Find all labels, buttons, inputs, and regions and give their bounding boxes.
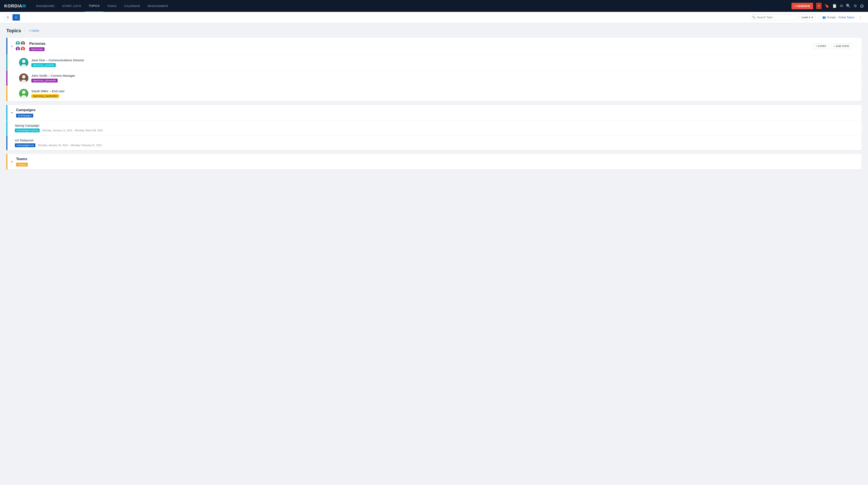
persona-avatar-3 [15,46,20,51]
groups-icon: 👥 [823,16,826,19]
view-toggle: ☰ ☷ [4,14,20,21]
personas-more-button[interactable]: ⋮ [854,44,858,49]
campaigns-subtopics: Spring Campaign #campaigns-spring Monday… [6,120,862,150]
campaigns-header[interactable]: ▾ Campaigns #campaigns [6,105,862,120]
teams-name: Teams [16,157,858,161]
view-detail-button[interactable]: ☷ [12,14,20,21]
main-content: Topics | + TOPIC ▾ [0,23,868,178]
svg-point-11 [22,50,24,51]
campaigns-name: Campaigns [16,108,858,112]
absence-button[interactable]: + ABSENCE [792,3,813,9]
personas-name: Personas [29,41,813,46]
personas-add-story-button[interactable]: + STORY [813,44,829,49]
active-topics-link[interactable]: Active Topics [838,16,855,19]
toolbar-more-button[interactable]: ⋮ [857,14,864,21]
topic-group-personas: ▾ [6,38,862,101]
subtopic-spring-campaign[interactable]: Spring Campaign #campaigns-spring Monday… [6,120,862,135]
nav-storylists[interactable]: STORY LISTS [58,0,85,12]
personas-tag: #personas [29,47,44,51]
campaigns-info: Campaigns #campaigns [16,108,858,117]
settings-icon[interactable]: ⚙ [854,4,857,8]
ux-accent [6,136,7,150]
sarahmiller-info: Sarah Miller – End user #persona_sarahmi… [31,89,858,98]
mail-icon[interactable]: ✉ [840,4,843,8]
toolbar-separator [819,15,819,20]
personas-add-subtopic-button[interactable]: + SUB-TOPIC [831,44,852,49]
logo[interactable]: KORDIAM [4,4,26,8]
svg-point-1 [17,42,19,44]
personas-actions: + STORY + SUB-TOPIC ⋮ [813,44,858,49]
search-input[interactable] [750,14,797,20]
logo-text: KORDIAM [4,4,26,8]
campaigns-tag: #campaigns [16,114,33,117]
spring-name: Spring Campaign [15,124,858,127]
toolbar: ☰ ☷ 🔍 Level 4 ▾ 👥 Groups Active Topics ⋮ [0,12,868,23]
search-inner-icon: 🔍 [752,16,755,19]
topic-group-campaigns: ▾ Campaigns #campaigns Spring Campaign #… [6,105,862,150]
nav-calendar[interactable]: CALENDAR [120,0,144,12]
svg-point-19 [22,90,25,94]
teams-tag: #teams [16,163,28,167]
level-select[interactable]: Level 4 ▾ [799,14,815,20]
johnsmith-tag: #persona_johnsmith [31,79,58,83]
svg-point-16 [22,75,25,79]
groups-link[interactable]: 👥 Groups [823,16,836,19]
ux-info: UX Relaunch #campaigns-ux Monday, Januar… [15,139,858,147]
persona-avatar-4 [20,46,25,51]
johnsmith-name: John Smith – Comms Manager [31,74,858,78]
subtopic-janedoe[interactable]: Jane Doe – Communications Director #pers… [6,55,862,70]
absence-dropdown-button[interactable]: ▾ [816,3,822,9]
nav-dashboard[interactable]: DASHBOARD [32,0,59,12]
janedoe-accent [6,55,7,70]
svg-point-13 [22,60,25,63]
svg-point-2 [17,44,19,46]
personas-avatars [15,41,26,52]
svg-point-7 [17,48,19,49]
teams-header[interactable]: ▾ Teams #teams [6,154,862,169]
svg-point-10 [22,48,24,49]
sarahmiller-avatar [19,89,28,98]
spring-info: Spring Campaign #campaigns-spring Monday… [15,124,858,132]
persona-avatar-1 [15,41,20,46]
janedoe-tag: #persona_janedoe [31,63,56,67]
johnsmith-accent [6,70,7,86]
add-topic-button[interactable]: + TOPIC [29,29,39,32]
personas-info: Personas #personas [29,41,813,51]
nav-management[interactable]: MANAGEMENT [144,0,172,12]
personas-subtopics: Jane Doe – Communications Director #pers… [6,55,862,101]
page-header: Topics | + TOPIC [6,28,862,33]
teams-info: Teams #teams [16,157,858,167]
logout-icon[interactable]: ⏻ [860,4,864,8]
johnsmith-avatar [19,74,28,83]
spring-tag: #campaigns-spring [15,129,40,132]
subtopic-ux-relaunch[interactable]: UX Relaunch #campaigns-ux Monday, Januar… [6,135,862,150]
sarahmiller-name: Sarah Miller – End user [31,89,858,93]
nav-links: DASHBOARD STORY LISTS TOPICS TASKS CALEN… [32,0,792,12]
spring-date: Monday, January 11, 2021 – Monday, March… [42,129,103,132]
svg-point-4 [22,42,24,44]
nav-tasks[interactable]: TASKS [103,0,120,12]
bookmark-icon[interactable]: 🔖 [825,4,829,8]
ux-name: UX Relaunch [15,139,858,142]
topic-group-teams: ▾ Teams #teams [6,154,862,169]
view-list-button[interactable]: ☰ [4,14,12,21]
search-icon[interactable]: 🔍 [846,4,850,8]
persona-avatar-2 [20,41,25,46]
page-title: Topics [6,28,21,33]
spring-accent [6,121,7,135]
johnsmith-info: John Smith – Comms Manager #persona_john… [31,74,858,83]
sarahmiller-accent [6,86,7,101]
clipboard-icon[interactable]: 📋 [832,4,837,8]
nav-right: + ABSENCE ▾ 🔖 📋 ✉ 🔍 ⚙ ⏻ [792,3,864,9]
campaigns-chevron-icon: ▾ [11,111,13,114]
topic-group-personas-header[interactable]: ▾ [6,38,862,55]
teams-chevron-icon: ▾ [11,160,13,163]
nav-topics[interactable]: TOPICS [85,0,103,12]
navbar: KORDIAM DASHBOARD STORY LISTS TOPICS TAS… [0,0,868,12]
janedoe-info: Jane Doe – Communications Director #pers… [31,58,858,67]
svg-point-5 [22,44,24,46]
level-label: Level 4 [802,16,810,19]
janedoe-name: Jane Doe – Communications Director [31,58,858,62]
subtopic-johnsmith[interactable]: John Smith – Comms Manager #persona_john… [6,70,862,86]
subtopic-sarahmiller[interactable]: Sarah Miller – End user #persona_sarahmi… [6,86,862,101]
